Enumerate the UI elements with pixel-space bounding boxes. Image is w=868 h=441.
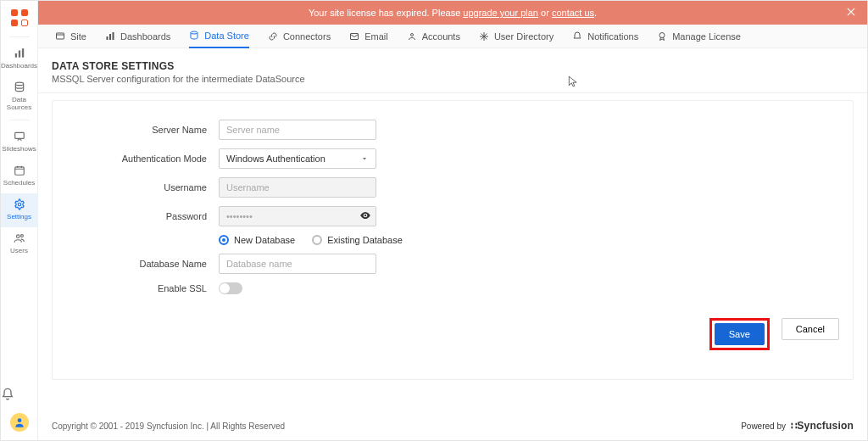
radio-dot-icon (312, 235, 322, 245)
brand-logo[interactable] (11, 9, 28, 26)
highlight-box: Save (709, 318, 770, 350)
sidebar-item-label: Users (10, 247, 28, 254)
calendar-icon (14, 165, 25, 176)
password-label: Password (66, 211, 219, 221)
tab-connectors[interactable]: Connectors (268, 25, 331, 48)
tab-label: User Directory (494, 31, 554, 42)
tab-label: Connectors (283, 31, 331, 42)
divider (38, 92, 867, 93)
tab-notifications[interactable]: Notifications (572, 25, 638, 48)
notifications-bell[interactable] (1, 388, 38, 401)
close-icon (845, 6, 857, 18)
svg-rect-5 (14, 167, 24, 175)
sidebar-item-label: Settings (7, 213, 31, 220)
bell-icon (572, 31, 582, 42)
user-avatar[interactable] (10, 413, 29, 432)
auth-mode-label: Authentication Mode (66, 154, 219, 164)
svg-point-7 (16, 235, 19, 238)
tab-label: Accounts (422, 31, 460, 42)
sidebar-item-slideshows[interactable]: Slideshows (1, 126, 38, 159)
sidebar-item-dashboards[interactable]: Dashboards (1, 42, 38, 76)
data-store-form: Server Name Authentication Mode Windows … (66, 120, 541, 294)
page-subtitle: MSSQL Server configuration for the inter… (52, 74, 854, 84)
copyright: Copyright © 2001 - 2019 Syncfusion Inc. … (52, 421, 285, 431)
banner-text: . (594, 8, 597, 18)
license-banner: Your site license has expired. Please up… (38, 1, 867, 25)
svg-rect-4 (14, 132, 24, 138)
sidebar-item-users[interactable]: Users (1, 227, 38, 261)
sidebar-item-settings[interactable]: Settings (1, 193, 38, 227)
sidebar-bottom (1, 388, 38, 440)
tab-user-directory[interactable]: User Directory (479, 25, 554, 48)
bar-chart-icon (14, 47, 25, 59)
enable-ssl-toggle[interactable] (219, 282, 242, 294)
sidebar-item-label: Data Sources (7, 96, 31, 111)
chevron-down-icon (360, 154, 369, 163)
radio-existing-database[interactable]: Existing Database (312, 235, 403, 245)
save-button[interactable]: Save (715, 323, 765, 345)
powered-by-label: Powered by (741, 421, 786, 431)
tab-accounts[interactable]: Accounts (407, 25, 460, 48)
sidebar: Dashboards Data Sources Slideshows Sched… (1, 1, 38, 440)
tab-data-store[interactable]: Data Store (189, 25, 249, 48)
settings-panel: Server Name Authentication Mode Windows … (52, 100, 854, 380)
svg-point-9 (17, 418, 21, 422)
username-label: Username (66, 182, 219, 193)
sidebar-item-label: Schedules (3, 179, 35, 187)
radio-label: Existing Database (327, 235, 403, 245)
sidebar-item-data-sources[interactable]: Data Sources (1, 76, 38, 118)
banner-text: or (538, 8, 552, 18)
tab-manage-license[interactable]: Manage License (657, 25, 741, 48)
upgrade-link[interactable]: upgrade your plan (463, 8, 538, 18)
tab-label: Data Store (204, 31, 249, 41)
svg-rect-0 (14, 53, 16, 58)
radio-label: New Database (234, 235, 295, 245)
form-actions: Save Cancel (66, 303, 839, 354)
tab-label: Email (364, 31, 388, 42)
tab-label: Site (70, 31, 86, 42)
account-icon (407, 31, 417, 42)
site-icon (55, 31, 65, 42)
contact-link[interactable]: contact us (552, 8, 594, 18)
svg-rect-10 (57, 33, 64, 39)
server-name-label: Server Name (66, 125, 219, 135)
bar-chart-icon (105, 31, 115, 42)
svg-point-14 (191, 31, 198, 34)
syncfusion-brand: Syncfusion (791, 420, 854, 432)
server-name-input[interactable] (219, 120, 376, 140)
svg-point-6 (18, 203, 21, 206)
tab-label: Dashboards (120, 31, 170, 42)
sidebar-item-schedules[interactable]: Schedules (1, 159, 38, 193)
svg-rect-13 (112, 32, 114, 40)
eye-icon (359, 209, 371, 221)
tab-label: Manage License (672, 31, 741, 42)
database-icon (189, 31, 199, 41)
enable-ssl-label: Enable SSL (66, 283, 219, 293)
svg-point-3 (15, 82, 23, 86)
tab-email[interactable]: Email (349, 25, 388, 48)
auth-mode-value: Windows Authentication (226, 154, 326, 164)
svg-point-8 (20, 235, 23, 237)
password-input (219, 206, 376, 226)
badge-icon (657, 31, 667, 42)
radio-new-database[interactable]: New Database (219, 235, 295, 245)
sidebar-item-label: Slideshows (2, 145, 36, 153)
sparkle-icon (479, 31, 489, 42)
gear-icon (14, 198, 25, 210)
username-input (219, 177, 376, 198)
cancel-button[interactable]: Cancel (782, 318, 839, 340)
person-icon (14, 416, 25, 428)
link-icon (268, 31, 278, 42)
radio-dot-icon (219, 235, 229, 245)
settings-tabs: Site Dashboards Data Store Connectors Em… (38, 25, 867, 48)
auth-mode-select[interactable]: Windows Authentication (219, 148, 376, 169)
toggle-password-visibility[interactable] (359, 209, 371, 221)
database-name-input[interactable] (219, 254, 376, 274)
banner-close[interactable] (845, 6, 857, 18)
svg-rect-1 (18, 51, 19, 58)
tab-site[interactable]: Site (55, 25, 86, 48)
presentation-icon (14, 131, 25, 142)
banner-text: Your site license has expired. Please (309, 8, 463, 18)
footer: Copyright © 2001 - 2019 Syncfusion Inc. … (38, 411, 867, 440)
tab-dashboards[interactable]: Dashboards (105, 25, 170, 48)
